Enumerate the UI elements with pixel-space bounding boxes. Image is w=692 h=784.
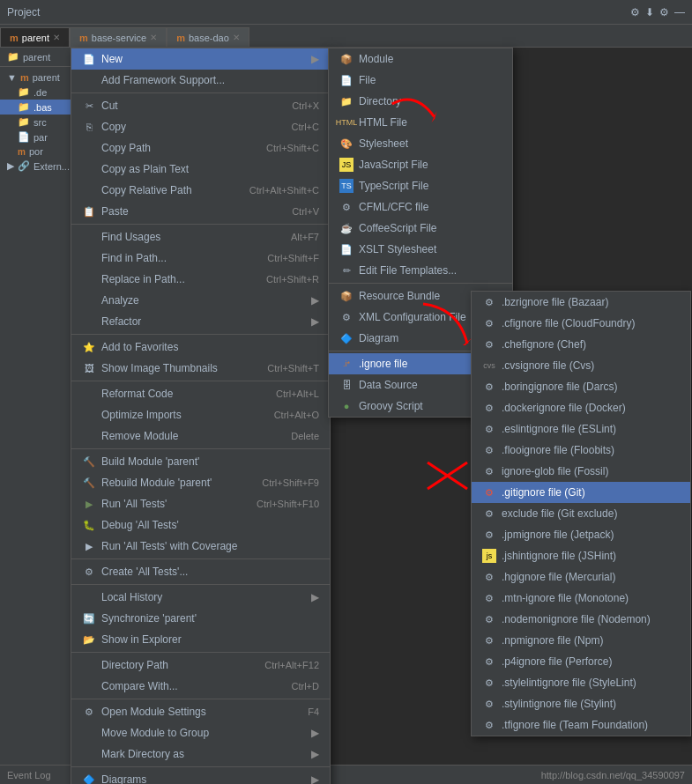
diagram-icon: 🔷 — [339, 331, 353, 345]
menu-item-remove-module[interactable]: Remove Module Delete — [71, 425, 330, 447]
gear-icon[interactable]: ⚙ — [630, 6, 640, 18]
menu-create-tests-label: Create 'All Tests'... — [101, 566, 188, 578]
ignore-item-npm[interactable]: ⚙ .npmignore file (Npm) — [472, 630, 690, 651]
ignore-item-monotone[interactable]: ⚙ .mtn-ignore file (Monotone) — [472, 588, 690, 609]
tree-external-label: Extern... — [33, 161, 70, 172]
ignore-item-fossil[interactable]: ⚙ ignore-glob file (Fossil) — [472, 461, 690, 482]
sync-icon[interactable]: ⬇ — [645, 6, 654, 18]
menu-item-run-tests[interactable]: ▶ Run 'All Tests' Ctrl+Shift+F10 — [71, 493, 330, 514]
menu-item-directory-path[interactable]: Directory Path Ctrl+Alt+F12 — [71, 655, 330, 676]
ignore-floobits-label: .flooignore file (Floobits) — [502, 444, 614, 456]
tab-base-dao[interactable]: m base-dao ✕ — [167, 27, 249, 47]
ignore-item-chef[interactable]: ⚙ .chefignore (Chef) — [472, 334, 690, 355]
sep-new1 — [329, 283, 512, 284]
ignore-item-perforce[interactable]: ⚙ .p4ignore file (Perforce) — [472, 651, 690, 672]
new-submenu-file[interactable]: 📄 File — [329, 70, 512, 91]
menu-item-show-explorer[interactable]: 📂 Show in Explorer — [71, 629, 330, 650]
menu-item-find-in-path[interactable]: Find in Path... Ctrl+Shift+F — [71, 248, 330, 269]
ignore-item-darcs[interactable]: ⚙ .boringignore file (Darcs) — [472, 376, 690, 397]
ignore-file-icon: .i* — [339, 357, 353, 371]
ignore-item-git[interactable]: ⚙ .gitignore file (Git) — [472, 482, 690, 503]
menu-item-debug-tests[interactable]: 🐛 Debug 'All Tests' — [71, 514, 330, 536]
menu-item-replace-in-path[interactable]: Replace in Path... Ctrl+Shift+R — [71, 269, 330, 290]
ignore-item-mercurial[interactable]: ⚙ .hgignore file (Mercurial) — [472, 566, 690, 588]
copy-icon: ⎘ — [82, 120, 96, 134]
tab-parent[interactable]: m parent ✕ — [0, 27, 70, 47]
menu-item-reformat[interactable]: Reformat Code Ctrl+Alt+L — [71, 383, 330, 404]
menu-item-analyze[interactable]: Analyze ▶ — [71, 290, 330, 311]
stylelint-icon: ⚙ — [482, 676, 496, 690]
ignore-item-cvs[interactable]: cvs .cvsignore file (Cvs) — [472, 355, 690, 376]
ignore-item-jetpack[interactable]: ⚙ .jpmignore file (Jetpack) — [472, 524, 690, 545]
new-submenu-stylesheet[interactable]: 🎨 Stylesheet — [329, 133, 512, 154]
new-submenu-module[interactable]: 📦 Module — [329, 48, 512, 70]
tab-bd-close[interactable]: ✕ — [233, 33, 240, 42]
ignore-item-stylint[interactable]: ⚙ .stylintignore file (Stylint) — [472, 693, 690, 714]
tab-parent-close[interactable]: ✕ — [53, 33, 60, 42]
tab-base-service[interactable]: m base-service ✕ — [70, 27, 167, 47]
menu-item-add-framework[interactable]: Add Framework Support... — [71, 70, 330, 91]
menu-item-copy-path[interactable]: Copy Path Ctrl+Shift+C — [71, 137, 330, 159]
menu-item-add-favorites[interactable]: ⭐ Add to Favorites — [71, 337, 330, 358]
menu-item-optimize-imports[interactable]: Optimize Imports Ctrl+Alt+O — [71, 404, 330, 425]
new-xml-config-label: XML Configuration File — [359, 311, 466, 323]
menu-item-local-history[interactable]: Local History ▶ — [71, 587, 330, 608]
settings-icon[interactable]: ⚙ — [659, 6, 669, 18]
menu-item-synchronize[interactable]: 🔄 Synchronize 'parent' — [71, 608, 330, 629]
menu-item-refactor[interactable]: Refactor ▶ — [71, 311, 330, 332]
menu-item-move-module[interactable]: Move Module to Group ▶ — [71, 722, 330, 743]
menu-reformat-label: Reformat Code — [101, 388, 173, 400]
new-edit-templates-label: Edit File Templates... — [359, 264, 457, 277]
diagrams-arrow: ▶ — [311, 773, 319, 784]
ignore-item-cf[interactable]: ⚙ .cfignore file (CloudFoundry) — [472, 313, 690, 334]
menu-item-show-thumbnails[interactable]: 🖼 Show Image Thumbnails Ctrl+Shift+T — [71, 358, 330, 379]
paste-shortcut: Ctrl+V — [292, 206, 319, 217]
ignore-item-tfignore[interactable]: ⚙ .tfignore file (Team Foundation) — [472, 714, 690, 736]
xslt-icon: 📄 — [339, 242, 353, 256]
new-submenu-coffeescript[interactable]: ☕ CoffeeScript File — [329, 218, 512, 239]
menu-item-build-module[interactable]: 🔨 Build Module 'parent' — [71, 451, 330, 472]
new-submenu-xslt[interactable]: 📄 XSLT Stylesheet — [329, 239, 512, 260]
tree-por-label: por — [29, 146, 43, 157]
ignore-eslint-label: .eslintignore file (ESLint) — [502, 423, 616, 435]
new-submenu-directory[interactable]: 📁 Directory — [329, 91, 512, 112]
new-module-label: Module — [359, 53, 393, 65]
ignore-file-submenu: ⚙ .bzrignore file (Bazaar) ⚙ .cfignore f… — [471, 291, 691, 736]
menu-item-rebuild-module[interactable]: 🔨 Rebuild Module 'parent' Ctrl+Shift+F9 — [71, 472, 330, 493]
event-log-label[interactable]: Event Log — [7, 770, 51, 780]
menu-item-copy[interactable]: ⎘ Copy Ctrl+C — [71, 116, 330, 137]
menu-item-create-tests[interactable]: ⚙ Create 'All Tests'... — [71, 561, 330, 582]
menu-item-paste[interactable]: 📋 Paste Ctrl+V — [71, 201, 330, 222]
new-submenu-typescript[interactable]: TS TypeScript File — [329, 175, 512, 196]
ignore-item-docker[interactable]: ⚙ .dockerignore file (Docker) — [472, 397, 690, 418]
menu-item-compare-with[interactable]: Compare With... Ctrl+D — [71, 676, 330, 697]
tree-par-label: par — [33, 132, 48, 143]
ignore-item-git-exclude[interactable]: ⚙ exclude file (Git exclude) — [472, 503, 690, 524]
remove-module-icon — [82, 429, 96, 443]
ignore-item-eslint[interactable]: ⚙ .eslintignore file (ESLint) — [472, 418, 690, 440]
ignore-item-floobits[interactable]: ⚙ .flooignore file (Floobits) — [472, 440, 690, 461]
sep1 — [71, 92, 330, 93]
new-submenu-html[interactable]: HTML HTML File — [329, 112, 512, 133]
new-submenu-cfml[interactable]: ⚙ CFML/CFC file — [329, 196, 512, 218]
tab-bs-close[interactable]: ✕ — [150, 33, 157, 42]
resource-bundle-icon: 📦 — [339, 289, 353, 303]
menu-item-cut[interactable]: ✂ Cut Ctrl+X — [71, 95, 330, 116]
menu-item-new[interactable]: 📄 New ▶ — [71, 48, 330, 70]
minimize-icon[interactable]: — — [674, 6, 685, 18]
menu-item-run-coverage[interactable]: ▶ Run 'All Tests' with Coverage — [71, 536, 330, 557]
menu-item-copy-plain[interactable]: Copy as Plain Text — [71, 159, 330, 180]
menu-item-copy-relative[interactable]: Copy Relative Path Ctrl+Alt+Shift+C — [71, 180, 330, 201]
ignore-item-jshint[interactable]: js .jshintignore file (JSHint) — [472, 545, 690, 566]
ignore-item-stylelint[interactable]: ⚙ .stylelintignore file (StyleLint) — [472, 672, 690, 693]
directory-icon: 📁 — [339, 94, 353, 108]
menu-compare-with-label: Compare With... — [101, 680, 178, 692]
menu-item-diagrams[interactable]: 🔷 Diagrams ▶ — [71, 769, 330, 784]
menu-item-mark-directory[interactable]: Mark Directory as ▶ — [71, 743, 330, 765]
ignore-item-bzr[interactable]: ⚙ .bzrignore file (Bazaar) — [472, 292, 690, 313]
ignore-item-nodemon[interactable]: ⚙ .nodemonignore file (Nodemon) — [472, 609, 690, 630]
menu-item-open-module-settings[interactable]: ⚙ Open Module Settings F4 — [71, 701, 330, 722]
menu-item-find-usages[interactable]: Find Usages Alt+F7 — [71, 226, 330, 248]
new-submenu-edit-templates[interactable]: ✏ Edit File Templates... — [329, 260, 512, 281]
new-submenu-javascript[interactable]: JS JavaScript File — [329, 154, 512, 175]
